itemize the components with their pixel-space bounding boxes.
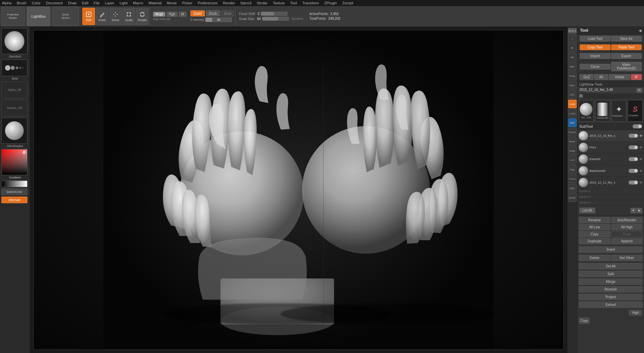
xyz-btn[interactable]: XYZ — [568, 118, 577, 127]
zoom-btn[interactable]: ⊕ — [568, 43, 577, 52]
auto-reorder-btn[interactable]: AutoReorder — [611, 217, 643, 223]
persp-btn[interactable]: Persp — [568, 72, 577, 80]
texture-off-thumb[interactable]: Texture_Off — [1, 100, 27, 116]
zadd-btn[interactable]: Zadd — [190, 10, 205, 16]
extract-btn[interactable]: Extract — [579, 302, 643, 308]
bottom-copy-btn[interactable]: Copy — [579, 318, 590, 324]
copy-tool-btn[interactable]: Copy Tool — [580, 44, 611, 50]
local-btn[interactable]: Local — [568, 100, 577, 108]
menu-transform[interactable]: Transform — [302, 1, 320, 5]
tool-thumb-polymesh[interactable]: ✦ PolyMesh3D — [612, 100, 627, 122]
make-polymesh-btn[interactable]: Make PolyMesh3D — [611, 62, 642, 71]
menu-render[interactable]: Render — [222, 1, 236, 5]
projection-master-btn[interactable]: ProjectionMaster — [1, 7, 25, 26]
rgb-btn[interactable]: Rgb — [167, 12, 177, 17]
xpose-btn[interactable]: Xpose — [568, 193, 577, 202]
menu-tool[interactable]: Tool — [290, 1, 298, 5]
del-other-btn[interactable]: Del Other — [611, 255, 643, 261]
menu-stencil[interactable]: Stencil — [240, 1, 252, 5]
floor-btn[interactable]: Floor — [568, 81, 577, 90]
rename-btn[interactable]: Rename — [579, 217, 611, 223]
split-btn[interactable]: Split — [579, 271, 643, 277]
quick-sketch-btn[interactable]: QuickSketch — [52, 7, 79, 26]
move-btn[interactable]: Move — [109, 8, 122, 25]
copy-btn[interactable]: Copy — [579, 231, 611, 237]
tool-panel-collapse[interactable]: ◀ — [639, 28, 641, 33]
all-high-btn[interactable]: All High — [611, 224, 643, 230]
append-btn[interactable]: Append — [611, 238, 643, 244]
draw-size-slider[interactable] — [262, 17, 289, 21]
merge-btn[interactable]: Merge — [579, 278, 643, 285]
actual-btn[interactable]: Act — [568, 53, 577, 62]
load-tool-btn[interactable]: Load Tool — [580, 36, 611, 41]
tool-thumb-cylinder[interactable]: Cylinder3D — [595, 100, 610, 122]
menu-material[interactable]: Material — [148, 1, 162, 5]
subtool-item-2[interactable]: Extract5 👁 — [577, 153, 644, 165]
z-intensity-slider[interactable]: 25 — [205, 17, 232, 22]
scroll-btn[interactable]: ↕ — [568, 34, 577, 43]
htz-btn[interactable]: HTZ — [568, 90, 577, 99]
subtool-1-vis[interactable] — [629, 145, 638, 149]
subtool-toggle-main[interactable] — [633, 124, 642, 128]
poly-btn[interactable]: Poly — [568, 165, 577, 174]
dot-brush-thumb[interactable] — [1, 60, 27, 76]
menu-zplugin[interactable]: ZPlugin — [324, 1, 337, 5]
paste-tool-btn[interactable]: Paste Tool — [611, 44, 642, 50]
alpha-off-thumb[interactable]: Alpha_Off — [1, 82, 27, 98]
subtool-item-1[interactable]: Fire1 👁 — [577, 142, 644, 153]
list-all-btn[interactable]: List All — [579, 208, 595, 213]
draw-btn[interactable]: Draw — [96, 8, 108, 25]
lsym-btn[interactable]: L.Sym — [568, 109, 577, 118]
subtool-item-4[interactable]: 2015_12_11_fire_1 👁 — [577, 177, 644, 189]
paste-btn[interactable]: Paste — [611, 231, 643, 237]
subtool-item-3[interactable]: BaseSockel 👁 — [577, 165, 644, 177]
goz-btn[interactable]: GoZ — [580, 74, 593, 80]
clone-btn[interactable]: Clone — [580, 64, 611, 70]
export-btn[interactable]: Export — [611, 53, 642, 59]
subtool-0-vis[interactable] — [629, 134, 638, 138]
remesh-btn[interactable]: Remesh — [579, 286, 643, 292]
menu-preferences[interactable]: Preferences — [197, 1, 218, 5]
menu-alpha[interactable]: Alpha — [1, 1, 12, 5]
menu-texture[interactable]: Texture — [272, 1, 286, 5]
subtool-4-vis[interactable] — [629, 181, 638, 185]
subtool-item-0[interactable]: 2015_12_16_fire_s 👁 — [577, 130, 644, 142]
duplicate-btn[interactable]: Duplicate — [579, 238, 611, 244]
zcut-btn[interactable]: Zcut — [221, 10, 234, 16]
import-btn[interactable]: Import — [580, 53, 611, 59]
material-sphere[interactable] — [1, 118, 27, 144]
menu-document[interactable]: Document — [45, 1, 63, 5]
all-low-btn[interactable]: All Low — [579, 224, 611, 230]
tool-thumb-0[interactable]: fire_3.48 — [579, 100, 594, 122]
menu-stroke[interactable]: Stroke — [256, 1, 268, 5]
menu-movie[interactable]: Movie — [166, 1, 177, 5]
all-btn[interactable]: All — [594, 74, 608, 80]
menu-layer[interactable]: Layer — [104, 1, 115, 5]
alternate-btn[interactable]: Alternate — [1, 197, 27, 203]
edit-btn[interactable]: Edit — [82, 8, 95, 25]
alpha-thumb[interactable] — [1, 28, 27, 54]
save-as-btn[interactable]: Save As — [611, 36, 642, 41]
scale-vert-btn[interactable]: Scale — [568, 146, 577, 155]
visible-btn[interactable]: Visible — [609, 74, 631, 80]
subtool-2-vis[interactable] — [629, 157, 638, 161]
mrgb-btn[interactable]: Mrgb — [153, 12, 165, 17]
rotate-btn[interactable]: Rotate — [136, 8, 149, 25]
del-all-btn[interactable]: Del All — [579, 263, 643, 269]
filename-r-btn[interactable]: R — [637, 88, 642, 93]
tool-thumb-simplebrush[interactable]: S SimpleBrush — [628, 100, 643, 122]
transp-btn[interactable]: Transp — [568, 174, 577, 183]
aahalf-btn[interactable]: AA½ — [568, 62, 577, 71]
delete-btn[interactable]: Delete — [579, 255, 611, 261]
insert-btn[interactable]: Insert — [579, 246, 643, 253]
switch-color-btn[interactable]: SwitchColor — [1, 189, 27, 195]
project-btn[interactable]: Project — [579, 294, 643, 300]
menu-picker[interactable]: Picker — [181, 1, 193, 5]
scale-btn[interactable]: Scale — [123, 8, 135, 25]
canvas-area[interactable] — [30, 27, 567, 353]
menu-zscript[interactable]: Zscript — [341, 1, 354, 5]
r-btn[interactable]: R — [631, 74, 642, 80]
menu-file[interactable]: File — [93, 1, 100, 5]
m-btn[interactable]: M — [179, 12, 186, 17]
linefill-btn[interactable]: LinFill — [568, 156, 577, 164]
